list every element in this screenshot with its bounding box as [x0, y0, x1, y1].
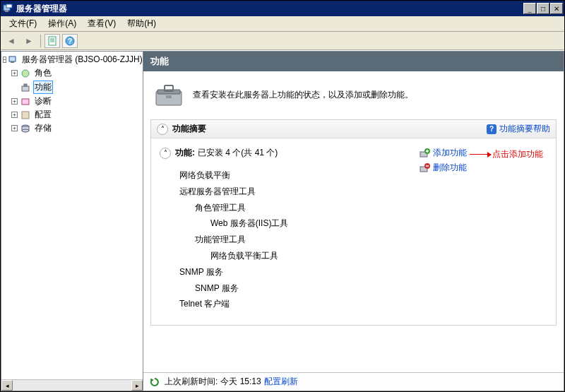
- add-feature-link[interactable]: 添加功能: [419, 147, 467, 159]
- summary-help-label: 功能摘要帮助: [499, 123, 550, 135]
- menu-action[interactable]: 操作(A): [42, 16, 82, 31]
- list-item: 角色管理工具: [179, 200, 413, 216]
- storage-icon: [20, 123, 31, 134]
- minimize-button[interactable]: _: [523, 3, 536, 14]
- svg-rect-13: [24, 84, 27, 86]
- tree-roles-label: 角色: [33, 67, 53, 79]
- title-bar: 服务器管理器 _ □ ✕: [1, 1, 564, 16]
- window-title: 服务器管理器: [16, 3, 523, 15]
- content-pane: 功能 查看安装在此服务器上功能的状态，以及添加或删除功能。: [143, 51, 564, 391]
- maximize-button[interactable]: □: [537, 3, 549, 14]
- expand-icon[interactable]: +: [11, 112, 18, 118]
- tree-roles[interactable]: + 角色: [1, 66, 143, 80]
- summary-panel: ˄ 功能摘要 ? 功能摘要帮助 ˄ 功能: 已安装 4 个(共 41 个: [150, 119, 557, 326]
- svg-rect-22: [166, 95, 172, 98]
- svg-rect-3: [49, 37, 56, 45]
- tool-bar: ◄ ► ?: [1, 32, 564, 50]
- menu-bar: 文件(F) 操作(A) 查看(V) 帮助(H): [1, 16, 564, 32]
- list-item: SNMP 服务: [179, 280, 413, 297]
- summary-body: ˄ 功能: 已安装 4 个(共 41 个) 网络负载平衡 远程服务器管理工具 角…: [151, 138, 556, 325]
- content-header: 功能: [143, 52, 564, 71]
- intro-text: 查看安装在此服务器上功能的状态，以及添加或删除功能。: [193, 89, 413, 101]
- list-item: 网络负载平衡: [179, 167, 413, 184]
- tree-content: - 服务器管理器 (BJSO-006-ZJJH) + 角色: [1, 52, 143, 379]
- back-button[interactable]: ◄: [4, 34, 19, 48]
- features-label: 功能:: [175, 147, 195, 159]
- last-refresh-time: 今天 15:13: [220, 376, 261, 388]
- chevron-up-icon[interactable]: ˄: [160, 148, 171, 159]
- annotation-text: 点击添加功能: [492, 148, 543, 160]
- toolbox-icon: [153, 81, 184, 108]
- main-split: - 服务器管理器 (BJSO-006-ZJJH) + 角色: [1, 50, 564, 391]
- scroll-right-icon[interactable]: ▸: [131, 380, 143, 391]
- expand-icon[interactable]: +: [11, 70, 18, 76]
- collapse-icon[interactable]: -: [3, 57, 6, 63]
- refresh-icon: [149, 376, 160, 388]
- features-heading: ˄ 功能: 已安装 4 个(共 41 个): [160, 147, 413, 159]
- chevron-up-icon[interactable]: ˄: [157, 124, 168, 135]
- arrow-icon: [470, 154, 491, 155]
- config-refresh-link[interactable]: 配置刷新: [264, 376, 298, 388]
- scroll-left-icon[interactable]: ◂: [1, 380, 13, 391]
- remove-feature-label: 删除功能: [433, 162, 467, 174]
- actions-column: 添加功能 点击添加功能 删: [413, 147, 547, 312]
- tree-storage-label: 存储: [33, 122, 53, 134]
- svg-rect-12: [22, 86, 29, 91]
- tree-diagnostics-label: 诊断: [33, 95, 53, 107]
- close-button[interactable]: ✕: [550, 3, 563, 14]
- features-icon: [20, 82, 31, 93]
- expand-icon[interactable]: +: [11, 125, 18, 131]
- help-toolbar-button[interactable]: ?: [62, 34, 78, 48]
- tree-root-label: 服务器管理器 (BJSO-006-ZJJH): [20, 54, 143, 66]
- separator: [40, 35, 41, 47]
- scroll-track[interactable]: [13, 380, 131, 391]
- tree-features[interactable]: 功能: [1, 80, 143, 95]
- intro-section: 查看安装在此服务器上功能的状态，以及添加或删除功能。: [153, 81, 554, 108]
- tree-root[interactable]: - 服务器管理器 (BJSO-006-ZJJH): [1, 53, 143, 66]
- roles-icon: [20, 68, 31, 79]
- last-refresh-label: 上次刷新时间:: [165, 376, 218, 388]
- svg-rect-1: [5, 11, 8, 12]
- menu-view[interactable]: 查看(V): [82, 16, 121, 31]
- tree-configuration[interactable]: + 配置: [1, 108, 143, 121]
- tree-features-label: 功能: [33, 81, 53, 94]
- svg-rect-14: [22, 99, 29, 105]
- menu-file[interactable]: 文件(F): [4, 16, 42, 31]
- summary-header: ˄ 功能摘要 ? 功能摘要帮助: [151, 120, 556, 138]
- list-item: Web 服务器(IIS)工具: [179, 215, 413, 232]
- features-list: 网络负载平衡 远程服务器管理工具 角色管理工具 Web 服务器(IIS)工具 功…: [160, 167, 413, 312]
- forward-button[interactable]: ►: [21, 34, 37, 48]
- help-icon: ?: [487, 124, 496, 134]
- summary-help-link[interactable]: ? 功能摘要帮助: [487, 123, 550, 135]
- list-item: 网络负载平衡工具: [179, 248, 413, 264]
- installed-count: 已安装 4 个(共 41 个): [198, 147, 278, 159]
- tree-diagnostics[interactable]: + 诊断: [1, 95, 143, 108]
- add-feature-row: 添加功能 点击添加功能: [419, 147, 547, 162]
- navigation-tree: - 服务器管理器 (BJSO-006-ZJJH) + 角色: [1, 51, 143, 391]
- content-body: 查看安装在此服务器上功能的状态，以及添加或删除功能。 ˄ 功能摘要 ? 功能摘要…: [143, 71, 564, 372]
- list-item: 功能管理工具: [179, 232, 413, 248]
- remove-icon: [419, 162, 430, 174]
- remove-feature-link[interactable]: 删除功能: [419, 162, 547, 174]
- status-bar: 上次刷新时间: 今天 15:13 配置刷新: [143, 372, 564, 391]
- server-manager-icon: [8, 54, 18, 66]
- app-icon: [2, 3, 13, 14]
- summary-title: 功能摘要: [172, 123, 487, 135]
- menu-help[interactable]: 帮助(H): [121, 16, 162, 31]
- add-feature-label: 添加功能: [433, 147, 467, 159]
- diagnostics-icon: [20, 96, 31, 107]
- expand-icon[interactable]: +: [11, 98, 18, 105]
- annotation: 点击添加功能: [468, 148, 543, 160]
- svg-text:?: ?: [68, 37, 72, 45]
- horizontal-scrollbar[interactable]: ◂ ▸: [1, 379, 143, 391]
- tree-storage[interactable]: + 存储: [1, 121, 143, 135]
- list-item: Telnet 客户端: [179, 296, 413, 312]
- svg-rect-9: [9, 57, 16, 61]
- tree-configuration-label: 配置: [33, 109, 53, 121]
- properties-button[interactable]: [44, 34, 60, 48]
- svg-point-18: [22, 129, 29, 132]
- main-window: 服务器管理器 _ □ ✕ 文件(F) 操作(A) 查看(V) 帮助(H) ◄ ►…: [0, 0, 565, 392]
- add-icon: [419, 148, 430, 159]
- svg-rect-15: [22, 112, 29, 119]
- window-controls: _ □ ✕: [523, 3, 563, 14]
